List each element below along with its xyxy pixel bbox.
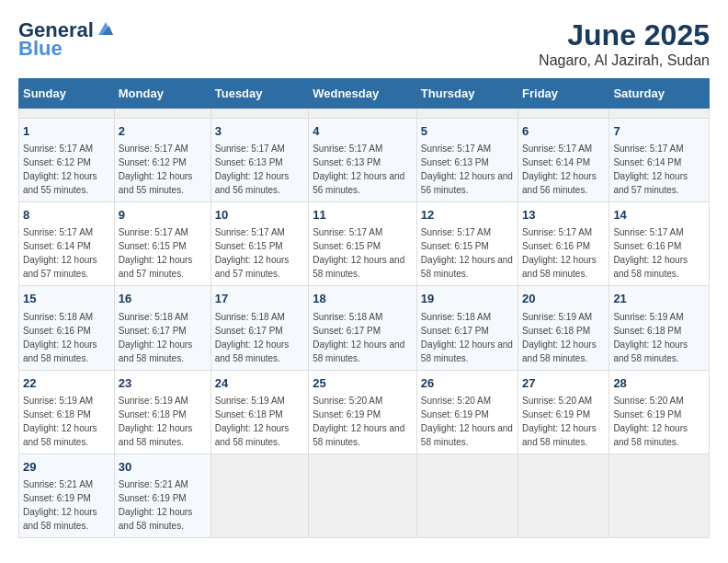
sunset-text: Sunset: 6:18 PM <box>522 326 590 336</box>
sunrise-text: Sunrise: 5:19 AM <box>119 396 188 406</box>
daylight-text: Daylight: 12 hours and 56 minutes. <box>522 171 597 195</box>
daylight-text: Daylight: 12 hours and 56 minutes. <box>313 171 404 195</box>
day-number: 30 <box>119 459 207 476</box>
sunrise-text: Sunrise: 5:19 AM <box>522 312 592 322</box>
day-number: 27 <box>522 375 605 392</box>
sunrise-text: Sunrise: 5:19 AM <box>613 312 683 322</box>
table-row: 10 Sunrise: 5:17 AM Sunset: 6:15 PM Dayl… <box>210 202 308 286</box>
sunrise-text: Sunrise: 5:17 AM <box>421 227 491 237</box>
sunset-text: Sunset: 6:19 PM <box>313 409 381 419</box>
daylight-text: Daylight: 12 hours and 55 minutes. <box>23 171 97 195</box>
sunrise-text: Sunrise: 5:17 AM <box>119 144 188 154</box>
day-number: 4 <box>313 123 413 140</box>
calendar-week-row <box>19 109 710 119</box>
sunset-text: Sunset: 6:19 PM <box>421 409 489 419</box>
table-row: 26 Sunrise: 5:20 AM Sunset: 6:19 PM Dayl… <box>416 370 518 454</box>
table-row: 11 Sunrise: 5:17 AM Sunset: 6:15 PM Dayl… <box>309 202 417 286</box>
sunset-text: Sunset: 6:13 PM <box>313 157 381 167</box>
sunset-text: Sunset: 6:15 PM <box>313 241 381 251</box>
sunset-text: Sunset: 6:18 PM <box>215 409 283 419</box>
sunrise-text: Sunrise: 5:17 AM <box>522 227 592 237</box>
sunrise-text: Sunrise: 5:17 AM <box>215 144 285 154</box>
daylight-text: Daylight: 12 hours and 58 minutes. <box>215 423 290 447</box>
day-number: 29 <box>23 459 110 476</box>
day-number: 3 <box>215 123 304 140</box>
day-number: 25 <box>313 375 413 392</box>
sunrise-text: Sunrise: 5:17 AM <box>23 144 93 154</box>
table-row: 4 Sunrise: 5:17 AM Sunset: 6:13 PM Dayli… <box>309 119 417 202</box>
day-number: 20 <box>522 291 605 307</box>
daylight-text: Daylight: 12 hours and 58 minutes. <box>613 339 688 363</box>
header-thursday: Thursday <box>416 79 518 109</box>
sunset-text: Sunset: 6:18 PM <box>119 409 187 419</box>
day-number: 10 <box>215 207 304 224</box>
sunrise-text: Sunrise: 5:20 AM <box>313 396 382 406</box>
table-row: 12 Sunrise: 5:17 AM Sunset: 6:15 PM Dayl… <box>416 202 518 286</box>
table-row: 14 Sunrise: 5:17 AM Sunset: 6:16 PM Dayl… <box>609 202 710 286</box>
day-number: 26 <box>421 375 514 392</box>
table-row: 21 Sunrise: 5:19 AM Sunset: 6:18 PM Dayl… <box>609 286 710 370</box>
sunrise-text: Sunrise: 5:18 AM <box>215 312 285 322</box>
header-monday: Monday <box>114 79 210 109</box>
table-row <box>210 454 308 537</box>
sunset-text: Sunset: 6:16 PM <box>613 241 681 251</box>
header-wednesday: Wednesday <box>309 79 417 109</box>
day-number: 7 <box>613 123 705 140</box>
table-row <box>210 109 308 119</box>
daylight-text: Daylight: 12 hours and 57 minutes. <box>215 255 290 279</box>
calendar-week-row: 22 Sunrise: 5:19 AM Sunset: 6:18 PM Dayl… <box>19 370 710 454</box>
daylight-text: Daylight: 12 hours and 58 minutes. <box>313 255 404 279</box>
table-row <box>518 109 609 119</box>
daylight-text: Daylight: 12 hours and 58 minutes. <box>23 507 97 531</box>
header-friday: Friday <box>518 79 609 109</box>
daylight-text: Daylight: 12 hours and 56 minutes. <box>421 171 513 195</box>
daylight-text: Daylight: 12 hours and 58 minutes. <box>215 339 290 363</box>
daylight-text: Daylight: 12 hours and 58 minutes. <box>313 423 404 447</box>
sunrise-text: Sunrise: 5:21 AM <box>23 479 93 489</box>
table-row: 16 Sunrise: 5:18 AM Sunset: 6:17 PM Dayl… <box>114 286 210 370</box>
table-row <box>19 109 115 119</box>
table-row <box>309 454 417 537</box>
table-row: 28 Sunrise: 5:20 AM Sunset: 6:19 PM Dayl… <box>609 370 710 454</box>
daylight-text: Daylight: 12 hours and 58 minutes. <box>613 423 688 447</box>
sunrise-text: Sunrise: 5:19 AM <box>215 396 285 406</box>
table-row <box>416 109 518 119</box>
day-number: 1 <box>23 123 110 140</box>
table-row: 22 Sunrise: 5:19 AM Sunset: 6:18 PM Dayl… <box>19 370 115 454</box>
title-area: June 2025 Nagaro, Al Jazirah, Sudan <box>539 18 710 69</box>
calendar-table: Sunday Monday Tuesday Wednesday Thursday… <box>18 78 710 538</box>
sunset-text: Sunset: 6:14 PM <box>522 157 590 167</box>
daylight-text: Daylight: 12 hours and 58 minutes. <box>522 255 597 279</box>
table-row: 27 Sunrise: 5:20 AM Sunset: 6:19 PM Dayl… <box>518 370 609 454</box>
calendar-week-row: 8 Sunrise: 5:17 AM Sunset: 6:14 PM Dayli… <box>19 202 710 286</box>
sunrise-text: Sunrise: 5:20 AM <box>522 396 592 406</box>
day-number: 21 <box>613 291 705 307</box>
day-number: 17 <box>215 291 304 307</box>
table-row: 13 Sunrise: 5:17 AM Sunset: 6:16 PM Dayl… <box>518 202 609 286</box>
sunset-text: Sunset: 6:15 PM <box>215 241 283 251</box>
day-number: 9 <box>119 207 207 224</box>
table-row: 23 Sunrise: 5:19 AM Sunset: 6:18 PM Dayl… <box>114 370 210 454</box>
table-row: 7 Sunrise: 5:17 AM Sunset: 6:14 PM Dayli… <box>609 119 710 202</box>
header-tuesday: Tuesday <box>210 79 308 109</box>
sunset-text: Sunset: 6:16 PM <box>522 241 590 251</box>
calendar-week-row: 1 Sunrise: 5:17 AM Sunset: 6:12 PM Dayli… <box>19 119 710 202</box>
sunset-text: Sunset: 6:17 PM <box>313 326 381 336</box>
table-row: 3 Sunrise: 5:17 AM Sunset: 6:13 PM Dayli… <box>210 119 308 202</box>
day-number: 6 <box>522 123 605 140</box>
logo: General Blue <box>18 18 115 61</box>
table-row: 6 Sunrise: 5:17 AM Sunset: 6:14 PM Dayli… <box>518 119 609 202</box>
daylight-text: Daylight: 12 hours and 58 minutes. <box>23 423 97 447</box>
sunrise-text: Sunrise: 5:17 AM <box>313 227 382 237</box>
day-number: 13 <box>522 207 605 224</box>
sunrise-text: Sunrise: 5:17 AM <box>23 227 93 237</box>
sunset-text: Sunset: 6:13 PM <box>421 157 489 167</box>
table-row <box>309 109 417 119</box>
daylight-text: Daylight: 12 hours and 58 minutes. <box>313 339 404 363</box>
sunset-text: Sunset: 6:12 PM <box>119 157 187 167</box>
daylight-text: Daylight: 12 hours and 58 minutes. <box>421 339 513 363</box>
daylight-text: Daylight: 12 hours and 57 minutes. <box>613 171 688 195</box>
day-number: 16 <box>119 291 207 307</box>
sunrise-text: Sunrise: 5:19 AM <box>23 396 93 406</box>
daylight-text: Daylight: 12 hours and 56 minutes. <box>215 171 290 195</box>
